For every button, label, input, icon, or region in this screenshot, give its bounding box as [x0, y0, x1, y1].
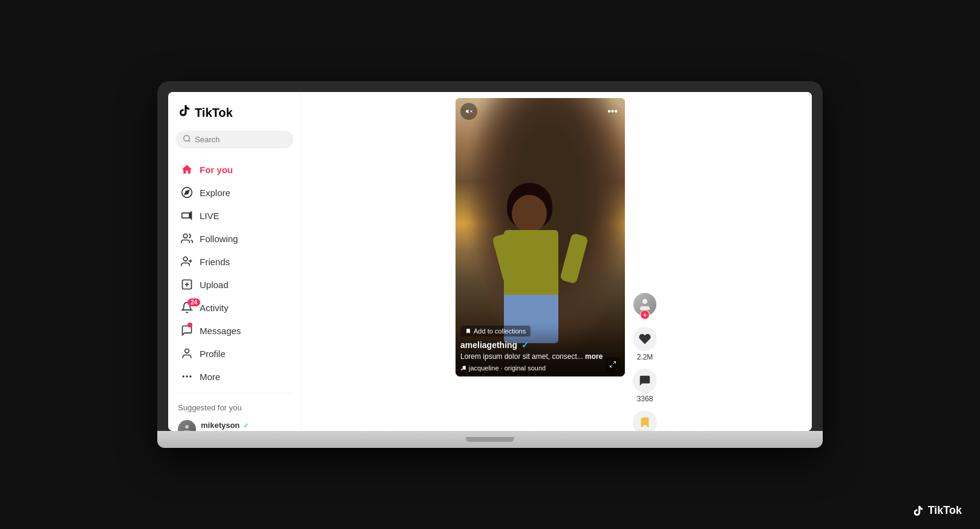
search-input[interactable] — [195, 135, 286, 144]
friends-icon — [180, 255, 194, 268]
video-bottom-info: Add to collections ameliagething ✓ Lorem… — [456, 321, 625, 376]
creator-avatar-wrapper[interactable]: + — [632, 292, 658, 317]
video-top-controls: ••• — [456, 103, 625, 120]
nav-more[interactable]: More — [171, 365, 298, 388]
nav-for-you[interactable]: For you — [171, 158, 298, 181]
svg-line-24 — [613, 362, 616, 364]
live-icon — [180, 209, 194, 222]
svg-line-1 — [189, 140, 191, 142]
video-card: ••• Add to collections ameliagething — [456, 98, 658, 431]
svg-rect-4 — [182, 213, 190, 218]
video-description: Lorem ipsum dolor sit amet, consect... m… — [460, 352, 620, 362]
bookmark-button[interactable]: 145.6k — [633, 410, 657, 431]
profile-icon — [180, 347, 194, 360]
svg-point-26 — [642, 299, 647, 304]
suggested-user-miketyson[interactable]: miketyson ✓ username — [178, 417, 291, 431]
nav-live-label: LIVE — [200, 211, 220, 221]
svg-marker-5 — [189, 212, 191, 219]
heart-icon — [633, 327, 657, 351]
svg-point-23 — [464, 368, 466, 370]
video-container[interactable]: ••• Add to collections ameliagething — [456, 98, 625, 376]
nav-upload[interactable]: Upload — [171, 273, 298, 296]
laptop-notch — [466, 437, 514, 442]
svg-point-15 — [186, 375, 188, 377]
search-icon — [183, 134, 191, 145]
following-icon — [180, 232, 194, 245]
comment-count: 3368 — [637, 395, 653, 403]
nav-friends-label: Friends — [200, 257, 230, 267]
main-feed: ••• Add to collections ameliagething — [301, 92, 812, 431]
nav-activity[interactable]: 24 Activity — [171, 296, 298, 319]
comment-icon — [633, 369, 657, 393]
creator-verified-icon: ✓ — [521, 340, 529, 350]
svg-point-17 — [185, 425, 189, 429]
suggested-section: Suggested for you miketyson ✓ username — [168, 398, 301, 431]
nav-profile[interactable]: Profile — [171, 342, 298, 365]
like-button[interactable]: 2.2M — [633, 327, 657, 361]
svg-point-16 — [189, 375, 191, 377]
like-count: 2.2M — [637, 353, 653, 361]
tiktok-watermark: TikTok — [912, 504, 962, 517]
svg-point-13 — [185, 349, 189, 353]
svg-marker-3 — [185, 190, 189, 194]
svg-point-22 — [461, 369, 463, 370]
tiktok-logo-icon — [178, 104, 191, 121]
mute-button[interactable] — [460, 103, 477, 120]
activity-badge: 24 — [188, 298, 200, 306]
comment-button[interactable]: 3368 — [633, 369, 657, 403]
nav-following-label: Following — [200, 234, 238, 244]
app-logo[interactable]: TikTok — [168, 99, 301, 131]
app-title: TikTok — [195, 106, 233, 120]
fullscreen-button[interactable] — [606, 357, 620, 372]
laptop-base — [157, 431, 823, 448]
add-to-collections-btn[interactable]: Add to collections — [460, 326, 531, 337]
upload-icon — [180, 278, 194, 291]
user-info-miketyson: miketyson ✓ username — [201, 421, 249, 432]
action-sidebar: + 2.2M — [632, 98, 658, 431]
verified-icon-miketyson: ✓ — [243, 422, 249, 429]
add-to-collections-label: Add to collections — [474, 327, 526, 335]
avatar-miketyson — [178, 420, 196, 431]
nav-explore-label: Explore — [200, 188, 230, 198]
follow-plus-badge[interactable]: + — [640, 310, 650, 320]
suggested-title: Suggested for you — [178, 403, 291, 412]
video-more-button[interactable]: ••• — [605, 104, 620, 119]
nav-following[interactable]: Following — [171, 227, 298, 250]
main-nav: For you Explore LIVE — [168, 158, 301, 388]
handle-miketyson: username — [201, 430, 249, 432]
svg-line-25 — [610, 365, 613, 367]
nav-explore[interactable]: Explore — [171, 181, 298, 204]
nav-profile-label: Profile — [200, 349, 226, 359]
divider — [175, 393, 293, 393]
feed-container: ••• Add to collections ameliagething — [456, 92, 658, 431]
nav-live[interactable]: LIVE — [171, 204, 298, 227]
svg-point-14 — [183, 375, 185, 377]
search-box[interactable] — [175, 131, 293, 148]
sidebar: TikTok — [168, 92, 301, 431]
nav-messages[interactable]: Messages — [171, 319, 298, 342]
svg-point-0 — [184, 136, 189, 141]
nav-activity-label: Activity — [200, 303, 229, 313]
sound-label: jacqueline · original sound — [469, 364, 546, 372]
svg-point-7 — [183, 257, 188, 261]
more-icon — [180, 370, 194, 383]
svg-point-6 — [183, 234, 188, 238]
sound-info[interactable]: jacqueline · original sound — [460, 364, 620, 372]
nav-for-you-label: For you — [200, 165, 233, 175]
username-miketyson: miketyson ✓ — [201, 421, 249, 430]
video-desc-more[interactable]: more — [585, 352, 603, 361]
face — [512, 195, 547, 232]
nav-friends[interactable]: Friends — [171, 250, 298, 273]
nav-messages-label: Messages — [200, 326, 241, 336]
watermark-text: TikTok — [928, 504, 962, 517]
bookmark-icon — [633, 410, 657, 431]
arm-right — [560, 233, 589, 284]
messages-badge-dot — [188, 323, 192, 327]
home-icon — [180, 163, 194, 176]
creator-name: ameliagething ✓ — [460, 340, 620, 350]
nav-more-label: More — [200, 372, 220, 382]
compass-icon — [180, 186, 194, 199]
nav-upload-label: Upload — [200, 280, 229, 290]
